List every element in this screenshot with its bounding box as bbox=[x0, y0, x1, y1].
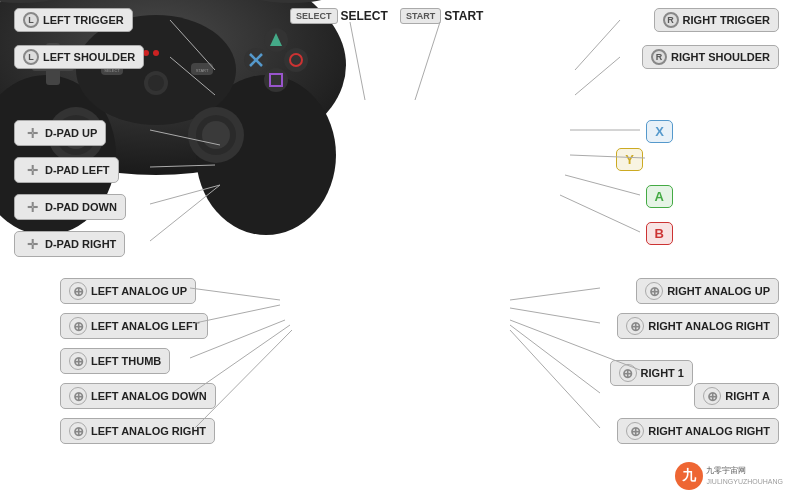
right-analog-right-label: ⊕ RIGHT ANALOG RIGHT bbox=[617, 313, 779, 339]
svg-line-50 bbox=[560, 195, 640, 232]
svg-point-15 bbox=[202, 121, 230, 149]
left-trigger-label: L LEFT TRIGGER bbox=[14, 8, 133, 32]
dpad-down-icon: ✛ bbox=[23, 198, 41, 216]
svg-point-30 bbox=[264, 68, 288, 92]
svg-line-52 bbox=[510, 308, 600, 323]
svg-line-57 bbox=[415, 22, 440, 100]
left-thumb-label: ⊕ LEFT THUMB bbox=[60, 348, 170, 374]
dpad-left-icon: ✛ bbox=[23, 161, 41, 179]
left-analog-down-label: ⊕ LEFT ANALOG DOWN bbox=[60, 383, 216, 409]
right-analog-up-label: ⊕ RIGHT ANALOG UP bbox=[636, 278, 779, 304]
right-shoulder-label: R RIGHT SHOULDER bbox=[642, 45, 779, 69]
dpad-left-label: ✛ D-PAD LEFT bbox=[14, 157, 119, 183]
svg-point-25 bbox=[284, 48, 308, 72]
left-shoulder-label: L LEFT SHOULDER bbox=[14, 45, 144, 69]
svg-line-44 bbox=[195, 330, 292, 428]
svg-line-45 bbox=[575, 20, 620, 70]
left-analog-right-icon: ⊕ bbox=[69, 422, 87, 440]
watermark-icon: 九 bbox=[675, 462, 703, 490]
dpad-up-icon: ✛ bbox=[23, 124, 41, 142]
right1-label: ⊕ RIGHT 1 bbox=[610, 360, 693, 386]
left-analog-left-label: ⊕ LEFT ANALOG LEFT bbox=[60, 313, 208, 339]
left-analog-up-icon: ⊕ bbox=[69, 282, 87, 300]
svg-line-55 bbox=[510, 330, 600, 428]
x-button-label: X bbox=[646, 120, 673, 143]
a-button-label: A bbox=[646, 185, 673, 208]
svg-line-51 bbox=[510, 288, 600, 300]
svg-line-49 bbox=[565, 175, 640, 195]
right-analog-right-icon: ⊕ bbox=[626, 317, 644, 335]
r2-icon: R bbox=[651, 49, 667, 65]
right-analog-down-icon: ⊕ bbox=[703, 387, 721, 405]
right-analog-up-icon: ⊕ bbox=[645, 282, 663, 300]
svg-line-46 bbox=[575, 57, 620, 95]
right1-icon: ⊕ bbox=[619, 364, 637, 382]
right-analog-last-label: ⊕ RIGHT ANALOG RIGHT bbox=[617, 418, 779, 444]
left-analog-down-icon: ⊕ bbox=[69, 387, 87, 405]
dpad-up-label: ✛ D-PAD UP bbox=[14, 120, 106, 146]
y-button-label: Y bbox=[616, 148, 643, 171]
watermark-text: 九零宇宙网 JIULINGYUZHOUHANG bbox=[706, 466, 783, 485]
left-analog-up-label: ⊕ LEFT ANALOG UP bbox=[60, 278, 196, 304]
start-label: START START bbox=[400, 8, 483, 24]
svg-point-22 bbox=[153, 50, 159, 56]
dpad-down-label: ✛ D-PAD DOWN bbox=[14, 194, 126, 220]
right-analog-last-icon: ⊕ bbox=[626, 422, 644, 440]
right-trigger-label: R RIGHT TRIGGER bbox=[654, 8, 779, 32]
left-analog-left-icon: ⊕ bbox=[69, 317, 87, 335]
dpad-right-icon: ✛ bbox=[23, 235, 41, 253]
svg-point-19 bbox=[148, 75, 164, 91]
b-button-label: B bbox=[646, 222, 673, 245]
select-btn-tag: SELECT bbox=[290, 8, 338, 24]
watermark: 九 九零宇宙网 JIULINGYUZHOUHANG bbox=[675, 462, 783, 490]
l-icon: L bbox=[23, 12, 39, 28]
select-label: SELECT SELECT bbox=[290, 8, 388, 24]
svg-line-54 bbox=[510, 325, 600, 393]
left-thumb-icon: ⊕ bbox=[69, 352, 87, 370]
r-icon: R bbox=[663, 12, 679, 28]
start-btn-tag: START bbox=[400, 8, 441, 24]
l2-icon: L bbox=[23, 49, 39, 65]
svg-line-40 bbox=[190, 288, 280, 300]
right-analog-down-label: ⊕ RIGHT A bbox=[694, 383, 779, 409]
controller-diagram: SELECT START L LEFT TRIGGER L LEFT SHOUL… bbox=[0, 0, 793, 500]
dpad-right-label: ✛ D-PAD RIGHT bbox=[14, 231, 125, 257]
left-analog-right-label: ⊕ LEFT ANALOG RIGHT bbox=[60, 418, 215, 444]
svg-text:START: START bbox=[196, 68, 209, 73]
